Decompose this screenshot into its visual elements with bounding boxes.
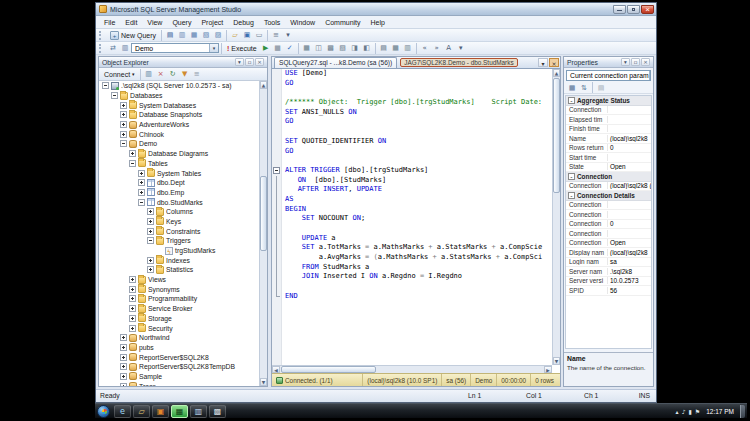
collapse-minus-icon[interactable]: - <box>568 173 575 180</box>
tree-item[interactable]: Tables <box>99 159 259 169</box>
parse-check-icon[interactable]: ✓ <box>284 43 296 54</box>
plus-expander-icon[interactable] <box>129 150 136 157</box>
tree-item[interactable]: dbo.StudMarks <box>99 197 259 207</box>
tree-item[interactable]: Keys <box>99 217 259 227</box>
tree-item[interactable]: Service Broker <box>99 304 259 314</box>
start-button[interactable] <box>97 405 110 418</box>
plus-expander-icon[interactable] <box>120 102 127 109</box>
mdx-query-icon[interactable]: ▦ <box>188 30 200 41</box>
stop-icon[interactable]: × <box>155 69 167 80</box>
chevron-down-icon[interactable]: ▾ <box>621 58 630 66</box>
query-options-icon[interactable]: ◫ <box>313 43 325 54</box>
tree-item[interactable]: Storage <box>99 314 259 324</box>
property-row[interactable]: Start time <box>566 153 651 163</box>
property-row[interactable]: Connection <box>566 106 651 116</box>
plus-expander-icon[interactable] <box>129 276 136 283</box>
minus-expander-icon[interactable] <box>138 199 145 206</box>
database-engine-query-icon[interactable]: ▤ <box>164 30 176 41</box>
stop-icon[interactable]: ■ <box>272 43 284 54</box>
tree-item[interactable]: System Databases <box>99 100 259 110</box>
plus-expander-icon[interactable] <box>147 218 154 225</box>
plus-expander-icon[interactable] <box>120 131 127 138</box>
change-connection-icon[interactable]: ▥ <box>119 43 131 54</box>
property-row[interactable]: Server versi10.0.2573 <box>566 277 651 287</box>
specify-values-icon[interactable]: A <box>443 43 455 54</box>
plus-expander-icon[interactable] <box>120 334 127 341</box>
property-category[interactable]: -Connection <box>566 172 651 182</box>
menu-tools[interactable]: Tools <box>259 16 285 29</box>
plus-expander-icon[interactable] <box>138 189 145 196</box>
app-blue-icon[interactable]: ▥ <box>190 405 207 418</box>
chevron-down-icon[interactable]: ▾ <box>235 58 244 66</box>
property-row[interactable]: Connection <box>566 210 651 220</box>
tree-item[interactable]: ReportServer$SQL2K8TempDB <box>99 362 259 372</box>
tree-item[interactable]: pubs <box>99 343 259 353</box>
menu-help[interactable]: Help <box>366 16 390 29</box>
properties-object-combo[interactable]: Current connection param ▾ <box>566 70 651 81</box>
scroll-right-icon[interactable]: ▶ <box>544 366 552 373</box>
maximize-button[interactable] <box>627 5 640 14</box>
plus-expander-icon[interactable] <box>129 295 136 302</box>
open-file-icon[interactable]: ▱ <box>229 30 241 41</box>
close-icon[interactable]: × <box>255 58 264 66</box>
plus-expander-icon[interactable] <box>120 354 127 361</box>
tab-sqlquery27[interactable]: SQLQuery27.sql - ...k8.Demo (sa (56)) <box>274 57 397 68</box>
comment-icon[interactable]: « <box>419 43 431 54</box>
property-row[interactable]: Server nam.\sql2k8 <box>566 267 651 277</box>
property-row[interactable]: Connection(local)\sql2k8 (s <box>566 182 651 192</box>
tree-item[interactable]: dbo.Emp <box>99 188 259 198</box>
plus-expander-icon[interactable] <box>138 179 145 186</box>
plus-expander-icon[interactable] <box>120 383 127 386</box>
tree-item[interactable]: Northwind <box>99 333 259 343</box>
estimated-plan-icon[interactable]: ▦ <box>301 43 313 54</box>
title-bar[interactable]: Microsoft SQL Server Management Studio <box>96 3 656 16</box>
scrollbar-thumb[interactable] <box>260 176 267 251</box>
plus-expander-icon[interactable] <box>138 170 145 177</box>
plus-expander-icon[interactable] <box>120 363 127 370</box>
property-row[interactable]: SPID56 <box>566 286 651 296</box>
results-to-file-icon[interactable]: ▥ <box>402 43 414 54</box>
property-row[interactable]: Connection0 <box>566 220 651 230</box>
taskbar-clock[interactable]: 12:17 PM <box>706 408 734 415</box>
scroll-up-icon[interactable]: ▲ <box>553 69 560 77</box>
property-row[interactable]: ConnectionOpen <box>566 239 651 249</box>
sqlcmd-mode-icon[interactable]: ◧ <box>361 43 373 54</box>
tab-studmarks-highlighted[interactable]: JAG7\SQL2K8.Demo - dbo.StudMarks <box>400 58 517 67</box>
plus-expander-icon[interactable] <box>147 228 154 235</box>
tree-item[interactable]: Databases <box>99 91 259 101</box>
scrollbar-thumb[interactable] <box>281 366 376 373</box>
plus-expander-icon[interactable] <box>147 208 154 215</box>
tree-item[interactable]: Programmability <box>99 294 259 304</box>
collapse-minus-icon[interactable]: - <box>568 97 575 104</box>
pin-icon[interactable]: ▫ <box>245 58 254 66</box>
tree-item[interactable]: System Tables <box>99 168 259 178</box>
object-explorer-header[interactable]: Object Explorer ▾ ▫ × <box>99 57 267 68</box>
windows-explorer-icon[interactable]: ▱ <box>133 405 150 418</box>
close-icon[interactable]: × <box>641 58 650 66</box>
plus-expander-icon[interactable] <box>129 305 136 312</box>
menu-edit[interactable]: Edit <box>120 16 142 29</box>
plus-expander-icon[interactable] <box>129 286 136 293</box>
menu-query[interactable]: Query <box>167 16 196 29</box>
toolbar-overflow-icon[interactable]: ▾ <box>455 43 467 54</box>
tree-item[interactable]: Demo <box>99 139 259 149</box>
close-button[interactable] <box>641 5 654 14</box>
xmla-query-icon[interactable]: ▨ <box>212 30 224 41</box>
active-files-chevron-icon[interactable]: ▾ <box>538 58 548 67</box>
properties-header[interactable]: Properties ▾ ▫ × <box>564 57 653 68</box>
editor-horizontal-scrollbar[interactable]: ◀ ▶ <box>272 365 552 373</box>
save-icon[interactable]: ▣ <box>241 30 253 41</box>
menu-view[interactable]: View <box>142 16 167 29</box>
plus-expander-icon[interactable] <box>147 257 154 264</box>
menu-file[interactable]: File <box>99 16 120 29</box>
pin-icon[interactable]: ▫ <box>631 58 640 66</box>
tree-item[interactable]: Sample <box>99 372 259 382</box>
minus-expander-icon[interactable] <box>111 92 118 99</box>
property-row[interactable]: StateOpen <box>566 163 651 173</box>
tree-item[interactable]: Constraints <box>99 226 259 236</box>
property-row[interactable]: Rows return0 <box>566 144 651 154</box>
plus-expander-icon[interactable] <box>120 121 127 128</box>
tree-item[interactable]: Statistics <box>99 265 259 275</box>
scroll-down-icon[interactable]: ▼ <box>260 378 267 386</box>
collapse-region-icon[interactable] <box>273 167 280 174</box>
